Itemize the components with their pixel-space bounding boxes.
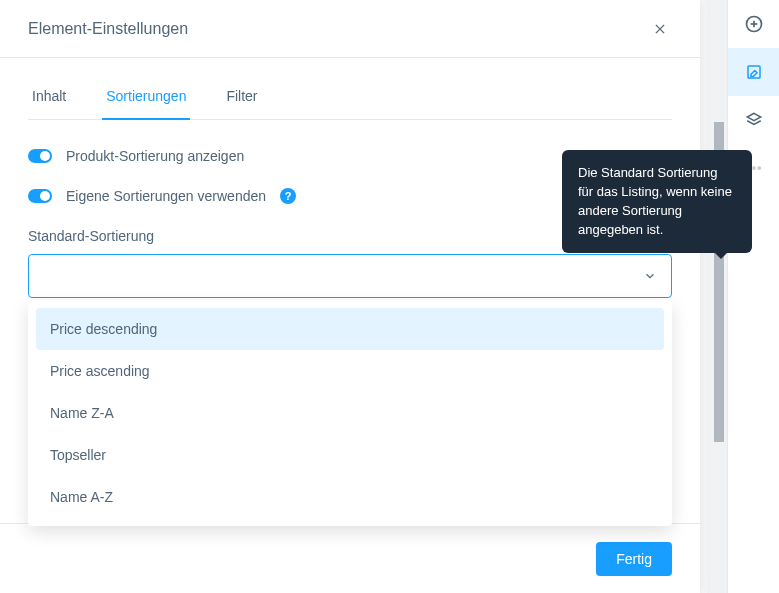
select-dropdown: Price descending Price ascending Name Z-… — [28, 300, 672, 526]
tab-filter[interactable]: Filter — [222, 78, 261, 120]
element-settings-modal: Element-Einstellungen Inhalt Sortierunge… — [0, 0, 700, 593]
rail-add-button[interactable] — [728, 0, 780, 48]
option-name-z-a[interactable]: Name Z-A — [36, 392, 664, 434]
toggle-label: Eigene Sortierungen verwenden — [66, 188, 266, 204]
field-label-standard-sortierung: Standard-Sortierung — [28, 228, 154, 244]
option-price-descending[interactable]: Price descending — [36, 308, 664, 350]
rail-layers-button[interactable] — [728, 96, 780, 144]
close-button[interactable] — [648, 17, 672, 41]
right-rail — [727, 0, 779, 593]
tooltip-standard-sort: Die Standard Sortierung für das Listing,… — [562, 150, 752, 253]
chevron-down-icon — [643, 269, 657, 283]
modal-footer: Fertig — [0, 523, 700, 593]
option-topseller[interactable]: Topseller — [36, 434, 664, 476]
tab-sortierungen[interactable]: Sortierungen — [102, 78, 190, 120]
help-icon[interactable]: ? — [280, 188, 296, 204]
option-name-a-z[interactable]: Name A-Z — [36, 476, 664, 518]
option-price-ascending[interactable]: Price ascending — [36, 350, 664, 392]
modal-title: Element-Einstellungen — [28, 20, 188, 38]
toggle-label: Produkt-Sortierung anzeigen — [66, 148, 244, 164]
done-button[interactable]: Fertig — [596, 542, 672, 576]
tab-inhalt[interactable]: Inhalt — [28, 78, 70, 120]
close-icon — [653, 22, 667, 36]
modal-header: Element-Einstellungen — [0, 0, 700, 58]
toggle-use-custom-sort[interactable] — [28, 189, 52, 203]
rail-edit-button[interactable] — [728, 48, 780, 96]
svg-point-6 — [752, 167, 754, 169]
tabs: Inhalt Sortierungen Filter — [28, 78, 672, 120]
svg-marker-4 — [747, 113, 761, 121]
modal-body: Inhalt Sortierungen Filter Produkt-Sorti… — [0, 58, 700, 593]
select-box[interactable] — [28, 254, 672, 298]
standard-sort-select: Price descending Price ascending Name Z-… — [28, 254, 672, 298]
svg-point-7 — [758, 167, 760, 169]
tooltip-text: Die Standard Sortierung für das Listing,… — [578, 165, 732, 237]
toggle-show-product-sort[interactable] — [28, 149, 52, 163]
